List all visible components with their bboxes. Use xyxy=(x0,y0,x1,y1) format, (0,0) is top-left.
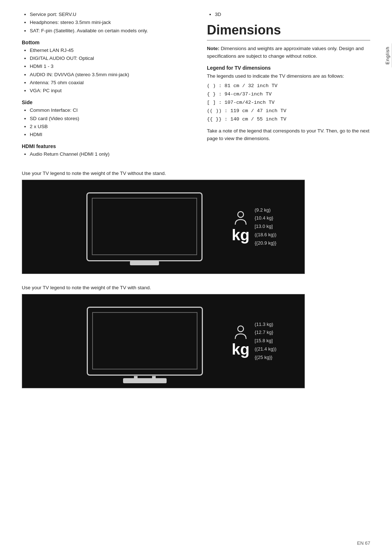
weight-value: ((21.4 kg)) xyxy=(255,345,277,353)
weight-value: {12.7 kg} xyxy=(255,328,277,337)
hdmi-bullets: Audio Return Channel (HDMI 1 only) xyxy=(30,151,185,158)
list-item: SD card (Video stores) xyxy=(30,115,185,122)
weight-value: {10.4 kg} xyxy=(255,214,277,222)
diagram1-box: kg (9.2 kg) {10.4 kg} [13.0 kg] ((18.6 k… xyxy=(22,180,305,274)
tv-stand xyxy=(130,261,159,265)
note-label: Note: xyxy=(207,46,220,51)
weight-values-2: (11.3 kg) {12.7 kg} [15.8 kg] ((21.4 kg)… xyxy=(255,320,277,362)
bottom-heading: Bottom xyxy=(22,40,185,45)
legend-item: [ ] : 107-cm/42-inch TV xyxy=(207,99,370,107)
list-item: Antenna: 75 ohm coaxial xyxy=(30,79,185,86)
dimensions-title: Dimensions xyxy=(207,23,370,41)
list-item: 3D xyxy=(215,11,370,18)
weight-value: {{25 kg}} xyxy=(255,353,277,362)
legend-items: ( ) : 81 cm / 32 inch TV { } : 94-cm/37-… xyxy=(207,82,370,124)
weight-value: ((18.6 kg)) xyxy=(255,231,277,239)
kg-label: kg xyxy=(232,228,249,243)
legend-item: (( )) : 119 cm / 47 inch TV xyxy=(207,107,370,115)
diagram1-caption: Use your TV legend to note the weight of… xyxy=(22,171,370,176)
weight-value: (9.2 kg) xyxy=(255,206,277,214)
legend-item: {{ }} : 140 cm / 55 inch TV xyxy=(207,115,370,124)
note-block: Note: Dimensions and weights are approxi… xyxy=(207,45,370,60)
side-heading: Side xyxy=(22,99,185,105)
side-bullets: Common Interface: CI SD card (Video stor… xyxy=(30,107,185,138)
person-weight-icon-2: kg xyxy=(232,325,250,357)
legend-item: { } : 94-cm/37-inch TV xyxy=(207,90,370,99)
list-item: SAT: F-pin (Satellite). Available on cer… xyxy=(30,27,185,34)
list-item: 2 x USB xyxy=(30,123,185,130)
tv-outline-2 xyxy=(87,307,203,376)
list-item: AUDIO IN: DVI/VGA (stereo 3.5mm mini-jac… xyxy=(30,71,185,78)
svg-point-1 xyxy=(238,326,244,332)
list-item: VGA: PC input xyxy=(30,87,185,94)
kg-label-2: kg xyxy=(232,342,250,357)
diagram2-box: kg (11.3 kg) {12.7 kg} [15.8 kg] ((21.4 … xyxy=(22,294,305,388)
weight-value: [13.0 kg] xyxy=(255,222,277,231)
legend-heading: Legend for TV dimensions xyxy=(207,65,370,71)
note-text-content: Dimensions and weights are approximate v… xyxy=(207,46,364,58)
tv-stand-leg-left xyxy=(134,376,138,383)
tv-stand-base xyxy=(123,378,167,383)
list-item: HDMI xyxy=(30,131,185,138)
tv-screen xyxy=(92,198,197,255)
page-footer: EN 67 xyxy=(357,540,370,546)
person-icon xyxy=(232,211,249,228)
diagram2-caption: Use your TV legend to note the weight of… xyxy=(22,285,370,290)
list-item: Audio Return Channel (HDMI 1 only) xyxy=(30,151,185,158)
legend-item: ( ) : 81 cm / 32 inch TV xyxy=(207,82,370,90)
svg-point-0 xyxy=(238,212,244,217)
tv-outline xyxy=(86,192,203,261)
right-column: 3D Dimensions Note: Dimensions and weigh… xyxy=(207,11,370,160)
take-note: Take a note of the legend that correspon… xyxy=(207,127,370,143)
weight-value: {{20.9 kg}} xyxy=(255,239,277,248)
list-item: Common Interface: CI xyxy=(30,107,185,114)
weight-values-1: (9.2 kg) {10.4 kg} [13.0 kg] ((18.6 kg))… xyxy=(255,206,277,248)
weight-area: kg (9.2 kg) {10.4 kg} [13.0 kg] ((18.6 k… xyxy=(232,206,276,248)
top-right-bullets: 3D xyxy=(215,11,370,18)
left-column: Service port: SERV.U Headphones: stereo … xyxy=(22,11,192,160)
weight-area-2: kg (11.3 kg) {12.7 kg} [15.8 kg] ((21.4 … xyxy=(232,320,277,362)
person-icon-2 xyxy=(232,325,249,342)
list-item: Headphones: stereo 3.5mm mini-jack xyxy=(30,19,185,26)
top-bullets: Service port: SERV.U Headphones: stereo … xyxy=(30,11,185,34)
list-item: DIGITAL AUDIO OUT: Optical xyxy=(30,55,185,62)
tv-screen-2 xyxy=(92,312,197,369)
weight-value: [15.8 kg] xyxy=(255,337,277,345)
side-label: English xyxy=(383,44,392,68)
list-item: HDMI 1 - 3 xyxy=(30,63,185,70)
hdmi-heading: HDMI features xyxy=(22,143,185,149)
person-weight-icon: kg xyxy=(232,211,249,243)
list-item: Service port: SERV.U xyxy=(30,11,185,18)
bottom-bullets: Ethernet LAN RJ-45 DIGITAL AUDIO OUT: Op… xyxy=(30,47,185,95)
legend-intro: The legends used to indicate the TV dime… xyxy=(207,72,370,80)
list-item: Ethernet LAN RJ-45 xyxy=(30,47,185,54)
tv-stand-leg-right xyxy=(152,376,156,383)
weight-value: (11.3 kg) xyxy=(255,320,277,329)
